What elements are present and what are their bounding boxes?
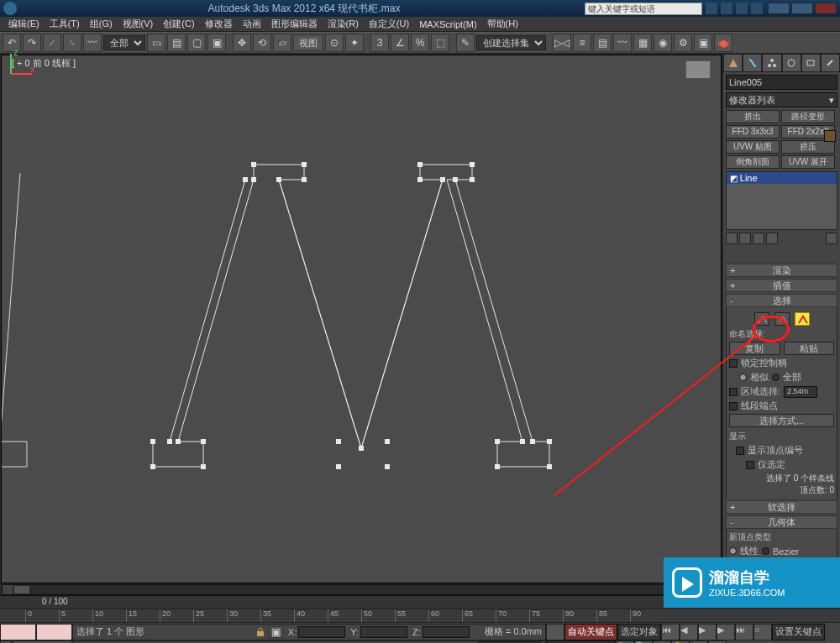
select-by-button[interactable]: 选择方式...	[729, 414, 834, 427]
help-search-input[interactable]: 键入关键字或短语	[585, 3, 702, 15]
z-input[interactable]	[423, 626, 470, 638]
x-input[interactable]	[298, 626, 345, 638]
all-radio[interactable]	[772, 374, 780, 381]
rollout-render[interactable]: +渲染	[726, 264, 837, 277]
mod-bevelprofile[interactable]: 倒角剖面	[726, 155, 780, 169]
menu-edit[interactable]: 编辑(E)	[3, 18, 45, 30]
scroll-left-arrow[interactable]	[3, 585, 13, 594]
help-icon[interactable]	[706, 3, 717, 14]
pan-button[interactable]: ✋	[671, 640, 690, 644]
min-max-toggle-button[interactable]: ◱	[708, 640, 727, 644]
menu-bar: 编辑(E) 工具(T) 组(G) 视图(V) 创建(C) 修改器 动画 图形编辑…	[0, 17, 840, 32]
signin-icon[interactable]	[721, 3, 732, 14]
similar-radio[interactable]	[739, 374, 747, 381]
menu-maxscript[interactable]: MAXScript(M)	[414, 19, 481, 29]
linear-radio[interactable]	[729, 547, 737, 555]
mod-extrude[interactable]: 挤出	[726, 110, 780, 123]
show-vertex-num-checkbox[interactable]	[736, 447, 744, 455]
display-tab[interactable]	[801, 54, 821, 72]
show-end-result-button[interactable]	[739, 233, 751, 244]
app-icon[interactable]	[3, 2, 17, 15]
hierarchy-tab[interactable]	[762, 54, 781, 72]
info-icon[interactable]	[751, 3, 763, 14]
tick-5: 5	[59, 609, 66, 622]
set-key-button[interactable]: 设置关键点	[772, 624, 825, 640]
time-config-button[interactable]: ⏱	[616, 640, 634, 644]
zoom-button[interactable]: ⊕	[653, 640, 671, 644]
object-color-swatch[interactable]	[824, 130, 836, 142]
area-select-spinner[interactable]: 2.54m	[784, 386, 817, 398]
menu-customize[interactable]: 自定义(U)	[364, 18, 414, 30]
menu-group[interactable]: 组(G)	[85, 18, 118, 30]
play-button[interactable]: ▶	[698, 624, 717, 640]
menu-animation[interactable]: 动画	[238, 18, 266, 30]
rollout-interpolation[interactable]: +插值	[726, 279, 837, 292]
auto-key-button[interactable]: 自动关键点	[564, 624, 617, 640]
area-select-checkbox[interactable]	[729, 388, 738, 396]
menu-modifiers[interactable]: 修改器	[200, 18, 238, 30]
maximize-button[interactable]	[791, 3, 813, 14]
tick-30: 30	[227, 609, 238, 622]
motion-tab[interactable]	[782, 54, 801, 72]
mod-uvwunwrap[interactable]: UVW 展开	[781, 155, 835, 169]
minimize-button[interactable]	[768, 3, 790, 14]
lock-handles-checkbox[interactable]	[729, 359, 738, 368]
modifier-stack[interactable]: ◩ Line	[726, 171, 837, 230]
modify-tab[interactable]	[743, 54, 762, 72]
create-tab[interactable]	[723, 54, 743, 72]
mod-pathdeform[interactable]: 路径变形	[781, 110, 835, 123]
paste-named-sel-button[interactable]: 粘贴	[784, 342, 835, 355]
vertex-subobj-icon[interactable]	[754, 312, 769, 326]
selected-objects-filter[interactable]: 选定对象	[617, 624, 661, 640]
track-cell-1[interactable]	[0, 624, 36, 640]
menu-help[interactable]: 帮助(H)	[482, 18, 523, 30]
menu-tools[interactable]: 工具(T)	[45, 18, 85, 30]
mod-ffd333[interactable]: FFD 3x3x3	[726, 125, 780, 139]
zoom-extents-button[interactable]: 🔍	[634, 640, 653, 644]
viewport-hscroll[interactable]	[2, 584, 721, 595]
stack-item-line[interactable]: ◩ Line	[727, 172, 837, 184]
svg-rect-41	[257, 631, 264, 636]
goto-start-button[interactable]: ⏮	[661, 624, 680, 640]
selected-only-checkbox[interactable]	[746, 461, 754, 469]
mod-uvwmap[interactable]: UVW 贴图	[726, 140, 780, 154]
menu-create[interactable]: 创建(C)	[158, 18, 199, 30]
menu-views[interactable]: 视图(V)	[118, 18, 159, 30]
track-cell-2[interactable]	[36, 624, 72, 640]
track-expand-icon[interactable]	[0, 640, 12, 644]
make-unique-button[interactable]	[753, 233, 764, 244]
pin-stack-button[interactable]	[726, 233, 738, 244]
spline-subobj-icon[interactable]	[795, 312, 810, 326]
remove-modifier-button[interactable]	[766, 233, 778, 244]
lock-icon[interactable]	[256, 627, 265, 637]
favorites-icon[interactable]	[736, 3, 748, 14]
bezier-radio[interactable]	[762, 547, 769, 555]
key-mode-toggle[interactable]	[546, 624, 564, 640]
set-key-large-button[interactable]: ○	[753, 624, 772, 640]
configure-modifier-sets-button[interactable]	[826, 233, 837, 244]
timeline-ruler[interactable]: 0 5 10 15 20 25 30 35 40 45 50 55 60 65 …	[0, 609, 840, 622]
mod-squeeze[interactable]: 挤压	[781, 140, 835, 154]
utilities-tab[interactable]	[821, 54, 840, 72]
menu-graph-editors[interactable]: 图形编辑器	[266, 18, 323, 30]
object-name-field[interactable]: Line005	[726, 75, 837, 90]
close-button[interactable]	[815, 3, 837, 14]
orbit-button[interactable]: ⟲	[690, 640, 708, 644]
goto-end-button[interactable]: ⏭	[735, 624, 753, 640]
key-filters-button[interactable]: 关键点过滤器...	[546, 640, 616, 644]
rollout-geometry[interactable]: -几何体	[726, 515, 837, 529]
rollout-selection[interactable]: -选择	[726, 294, 837, 307]
menu-rendering[interactable]: 渲染(R)	[323, 18, 364, 30]
viewport-front[interactable]: z x	[1, 55, 722, 583]
prev-frame-button[interactable]: ◀	[680, 624, 698, 640]
modifier-list-dropdown[interactable]: 修改器列表▾	[726, 92, 837, 107]
scroll-thumb[interactable]	[14, 586, 29, 593]
segment-end-checkbox[interactable]	[729, 402, 738, 410]
rollout-soft-selection[interactable]: +软选择	[726, 500, 837, 514]
next-frame-button[interactable]: ▶	[717, 624, 735, 640]
copy-named-sel-button[interactable]: 复制	[729, 342, 780, 355]
segment-subobj-icon[interactable]	[774, 312, 790, 326]
viewport-label[interactable]: [ + 0 前 0 线框 ]	[7, 55, 81, 71]
isolate-button[interactable]: ▣	[270, 626, 283, 638]
y-input[interactable]	[360, 626, 407, 638]
